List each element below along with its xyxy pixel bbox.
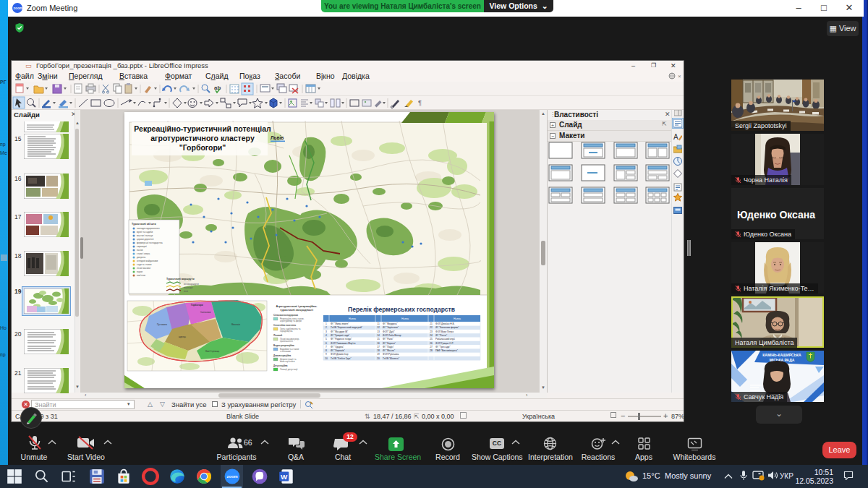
svg-text:парки: парки <box>137 270 142 273</box>
svg-text:ФГ "Подін": ФГ "Подін" <box>383 346 394 348</box>
svg-text:ТзОВ "Шалена": ТзОВ "Шалена" <box>383 357 399 360</box>
svg-text:Назва: Назва <box>401 317 409 320</box>
svg-text:ТзОВ "Хлібне Грух": ТзОВ "Хлібне Грух" <box>331 357 352 360</box>
svg-text:11: 11 <box>377 322 380 325</box>
svg-text:Рекреаційно-туристичний потенц: Рекреаційно-туристичний потенціал <box>134 124 271 133</box>
svg-text:6: 6 <box>326 342 327 345</box>
svg-text:W: W <box>281 473 288 481</box>
svg-text:14: 14 <box>377 334 380 337</box>
svg-text:лісові масиви: лісові масиви <box>137 267 150 270</box>
svg-text:Перелік фермерських господарст: Перелік фермерських господарств <box>348 306 455 313</box>
svg-text:заклади оздоровлення: заклади оздоровлення <box>137 227 160 230</box>
svg-text:Локації дегустації: Локації дегустації <box>280 368 298 371</box>
svg-text:Лісовий: Лісовий <box>273 334 282 337</box>
svg-text:7: 7 <box>326 346 327 348</box>
svg-text:Туристичні маршрути: Туристичні маршрути <box>166 278 195 281</box>
svg-text:ФОП Дзюбан Н.В.: ФОП Дзюбан Н.В. <box>435 322 455 325</box>
svg-text:музеї та садиби: музеї та садиби <box>137 231 153 234</box>
svg-text:23: 23 <box>430 330 433 333</box>
svg-text:ФОП "Дубі": ФОП "Дубі" <box>383 330 395 333</box>
svg-text:25: 25 <box>430 338 433 341</box>
svg-text:Нові Стрілища: Нові Стрілища <box>205 350 219 353</box>
svg-text:2: 2 <box>326 326 327 329</box>
svg-text:фермерські господарства: фермерські господарства <box>137 241 163 244</box>
svg-text:ФГ "Корона": ФГ "Корона" <box>383 342 396 345</box>
svg-text:ПАФ "Винниківщина": ПАФ "Винниківщина" <box>435 349 458 352</box>
svg-text:Сільськогосподарська: Сільськогосподарська <box>273 314 298 317</box>
svg-text:Горбогори: Горбогори <box>191 304 203 307</box>
svg-text:маєтки і палаци: маєтки і палаци <box>137 234 153 237</box>
svg-text:сироварні: сироварні <box>137 245 147 248</box>
svg-text:18: 18 <box>377 349 380 352</box>
svg-text:Юденко Оксана: Юденко Оксана <box>737 209 815 221</box>
svg-text:Сокільники: Сокільники <box>200 311 211 314</box>
svg-text:Туристичні об'єкти: Туристичні об'єкти <box>132 223 156 226</box>
svg-text:20: 20 <box>377 357 380 360</box>
svg-text:Агротуристичні і рекреаційно-: Агротуристичні і рекреаційно- <box>276 305 318 308</box>
svg-text:Миколаїв: Миколаїв <box>231 323 241 326</box>
svg-text:майстер-класи: майстер-класи <box>280 360 295 363</box>
svg-text:агротуристичного кластеру: агротуристичного кластеру <box>150 134 255 142</box>
svg-text:Назва: Назва <box>454 317 461 320</box>
svg-text:пасіки: пасіки <box>137 249 143 252</box>
svg-text:джерела: джерела <box>137 256 145 259</box>
svg-text:з пляжами: з пляжами <box>280 350 291 353</box>
svg-text:zoom: zoom <box>227 474 238 479</box>
svg-text:ФГ "Зарічневе": ФГ "Зарічневе" <box>383 326 399 329</box>
svg-text:КАМІНЬ-КАШИРСЬКА: КАМІНЬ-КАШИРСЬКА <box>762 353 801 357</box>
svg-text:ФГ "Рясне": ФГ "Рясне" <box>435 334 447 337</box>
svg-text:ФГ "Родинне гніздо": ФГ "Родинне гніздо" <box>331 338 352 341</box>
svg-text:21: 21 <box>430 322 433 325</box>
svg-text:ФОП Грицак О.Р.: ФОП Грицак О.Р. <box>435 342 454 345</box>
svg-text:Селитебна поселень: Селитебна поселень <box>273 324 296 327</box>
svg-text:27: 27 <box>430 346 433 348</box>
svg-text:веломаршрути: веломаршрути <box>184 283 199 286</box>
svg-text:оглядові майданчики: оглядові майданчики <box>137 260 158 262</box>
svg-text:24: 24 <box>430 334 433 337</box>
svg-text:×: × <box>678 73 681 80</box>
svg-text:9: 9 <box>326 353 327 356</box>
svg-text:Львів: Львів <box>271 135 284 140</box>
svg-text:городництва: городництва <box>280 330 293 333</box>
svg-text:A: A <box>673 133 678 141</box>
svg-text:26: 26 <box>430 342 433 345</box>
svg-text:ФГ "Мордина": ФГ "Мордина" <box>383 322 398 325</box>
svg-text:"Горбогори": "Горбогори" <box>179 143 226 152</box>
svg-text:5: 5 <box>326 338 327 341</box>
svg-text:ФГ "Рало": ФГ "Рало" <box>383 338 393 341</box>
svg-text:ФГ "Мандрик ІВ": ФГ "Мандрик ІВ" <box>331 330 348 333</box>
svg-text:Пустомити: Пустомити <box>157 323 167 326</box>
svg-text:Демонстраційна: Демонстраційна <box>273 354 292 357</box>
svg-text:ФОП Лоба Віктор: ФОП Лоба Віктор <box>383 334 401 337</box>
svg-text:8: 8 <box>326 349 327 352</box>
svg-text:28: 28 <box>430 349 433 352</box>
svg-text:19: 19 <box>377 353 380 356</box>
svg-text:ФОП Демків Ігор: ФОП Демків Ігор <box>331 353 349 356</box>
svg-text:ФГ "Жива земля": ФГ "Жива земля" <box>331 322 349 325</box>
svg-text:10: 10 <box>325 357 328 360</box>
svg-text:туристичні загородності: туристичні загородності <box>280 309 313 312</box>
svg-text:ФГ "Грицеві сади": ФГ "Грицеві сади" <box>331 334 349 337</box>
svg-text:Назва: Назва <box>349 317 356 320</box>
svg-text:16: 16 <box>377 342 380 345</box>
svg-text:сади та ставки: сади та ставки <box>137 263 152 266</box>
svg-text:4: 4 <box>326 334 327 337</box>
svg-text:ТзОВ "Карпатський водограй": ТзОВ "Карпатський водограй" <box>331 326 362 329</box>
svg-text:ab: ab <box>214 85 221 91</box>
svg-text:Рибальський клуб: Рибальський клуб <box>435 338 455 341</box>
svg-text:церкви дерев'яні: церкви дерев'яні <box>137 238 154 241</box>
svg-text:пам'ятки: пам'ятки <box>137 274 145 277</box>
svg-text:17: 17 <box>377 346 380 348</box>
svg-text:агротуризму та ферм: агротуризму та ферм <box>280 320 302 322</box>
svg-text:22: 22 <box>430 326 433 329</box>
svg-text:ФОП Вовк Петро: ФОП Вовк Петро <box>435 330 454 333</box>
svg-text:1: 1 <box>326 322 327 325</box>
svg-text:ФГ "Масло": ФГ "Масло" <box>383 349 395 352</box>
svg-text:ФГ "Одарка": ФГ "Одарка" <box>331 346 344 348</box>
svg-text:¶: ¶ <box>418 99 422 106</box>
svg-text:13: 13 <box>377 330 380 333</box>
svg-text:пішохідні: пішохідні <box>184 286 193 289</box>
svg-text:Дегустаційна: Дегустаційна <box>273 364 288 367</box>
svg-text:кінні: кінні <box>184 290 188 293</box>
svg-text:стави і озера: стави і озера <box>137 252 150 255</box>
